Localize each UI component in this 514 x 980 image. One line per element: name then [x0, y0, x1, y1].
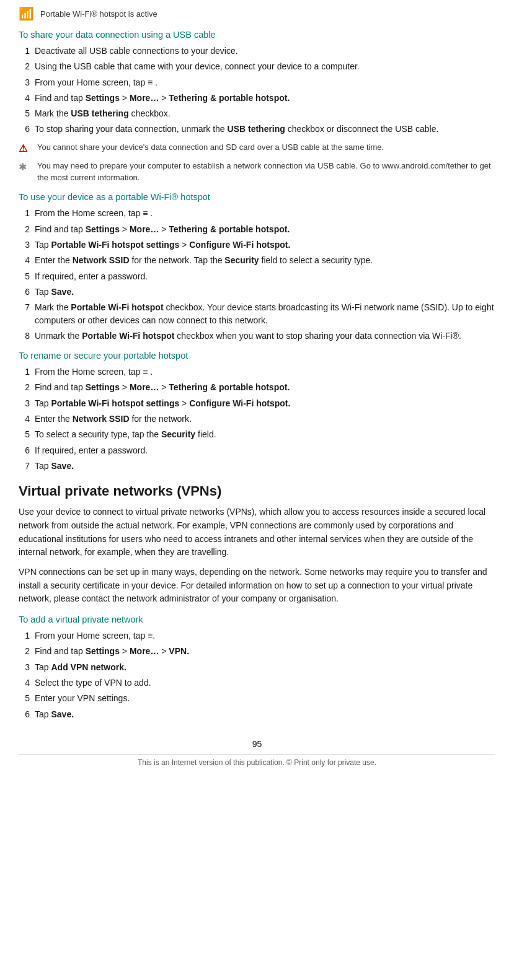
- add-vpn-step-2: 2 Find and tap Settings > More… > VPN.: [19, 645, 495, 657]
- vpn-paragraph-1: Use your device to connect to virtual pr…: [19, 505, 495, 559]
- wifi-step-6: 6 Tap Save.: [19, 286, 495, 298]
- wifi-step-8: 8 Unmark the Portable Wi-Fi hotspot chec…: [19, 330, 495, 342]
- usb-section-title: To share your data connection using a US…: [19, 30, 495, 40]
- wifi-hotspot-title: To use your device as a portable Wi-Fi® …: [19, 192, 495, 202]
- add-vpn-title: To add a virtual private network: [19, 615, 495, 624]
- usb-step-1: 1 Deactivate all USB cable connections t…: [19, 45, 495, 57]
- rename-step-1: 1 From the Home screen, tap ≡ .: [19, 365, 495, 378]
- usb-step-4: 4 Find and tap Settings > More… > Tether…: [19, 92, 495, 104]
- usb-steps-list: 1 Deactivate all USB cable connections t…: [19, 45, 495, 136]
- usb-step-2: 2 Using the USB cable that came with you…: [19, 60, 495, 72]
- header-bar: 📶 Portable Wi-Fi® hotspot is active: [19, 6, 495, 21]
- exclamation-icon: ⚠: [19, 142, 31, 154]
- add-vpn-steps: 1 From your Home screen, tap ≡. 2 Find a…: [19, 629, 495, 720]
- wifi-step-3: 3 Tap Portable Wi-Fi hotspot settings > …: [19, 238, 495, 251]
- add-vpn-step-4: 4 Select the type of VPN to add.: [19, 676, 495, 689]
- bulb-icon: ✱: [19, 161, 31, 173]
- rename-steps: 1 From the Home screen, tap ≡ . 2 Find a…: [19, 365, 495, 472]
- vpn-heading: Virtual private networks (VPNs): [19, 483, 495, 499]
- wifi-step-2: 2 Find and tap Settings > More… > Tether…: [19, 223, 495, 235]
- usb-step-6: 6 To stop sharing your data connection, …: [19, 123, 495, 135]
- wifi-hotspot-steps: 1 From the Home screen, tap ≡ . 2 Find a…: [19, 207, 495, 342]
- add-vpn-step-5: 5 Enter your VPN settings.: [19, 692, 495, 704]
- footer-divider: [19, 754, 495, 755]
- rename-step-7: 7 Tap Save.: [19, 460, 495, 472]
- page-number: 95: [19, 739, 495, 749]
- usb-step-3: 3 From your Home screen, tap ≡ .: [19, 76, 495, 89]
- wifi-icon: 📶: [19, 6, 34, 21]
- rename-step-3: 3 Tap Portable Wi-Fi hotspot settings > …: [19, 397, 495, 409]
- wifi-step-5: 5 If required, enter a password.: [19, 270, 495, 282]
- rename-step-5: 5 To select a security type, tap the Sec…: [19, 428, 495, 440]
- rename-step-6: 6 If required, enter a password.: [19, 444, 495, 457]
- rename-step-2: 2 Find and tap Settings > More… > Tether…: [19, 381, 495, 393]
- usb-step-5: 5 Mark the USB tethering checkbox.: [19, 107, 495, 120]
- usb-section: To share your data connection using a US…: [19, 30, 495, 183]
- wifi-step-1: 1 From the Home screen, tap ≡ .: [19, 207, 495, 219]
- rename-section: To rename or secure your portable hotspo…: [19, 351, 495, 472]
- add-vpn-step-3: 3 Tap Add VPN network.: [19, 661, 495, 673]
- add-vpn-section: To add a virtual private network 1 From …: [19, 615, 495, 720]
- wifi-step-4: 4 Enter the Network SSID for the network…: [19, 254, 495, 266]
- add-vpn-step-1: 1 From your Home screen, tap ≡.: [19, 629, 495, 642]
- vpn-paragraph-2: VPN connections can be set up in many wa…: [19, 566, 495, 606]
- add-vpn-step-6: 6 Tap Save.: [19, 708, 495, 720]
- usb-note-bulb: ✱ You may need to prepare your computer …: [19, 160, 495, 184]
- rename-step-4: 4 Enter the Network SSID for the network…: [19, 413, 495, 425]
- footer-text: This is an Internet version of this publ…: [19, 758, 495, 767]
- header-status: Portable Wi-Fi® hotspot is active: [40, 9, 157, 19]
- wifi-hotspot-section: To use your device as a portable Wi-Fi® …: [19, 192, 495, 342]
- usb-note-exclamation: ⚠ You cannot share your device's data co…: [19, 142, 495, 154]
- wifi-step-7: 7 Mark the Portable Wi-Fi hotspot checkb…: [19, 301, 495, 326]
- rename-section-title: To rename or secure your portable hotspo…: [19, 351, 495, 361]
